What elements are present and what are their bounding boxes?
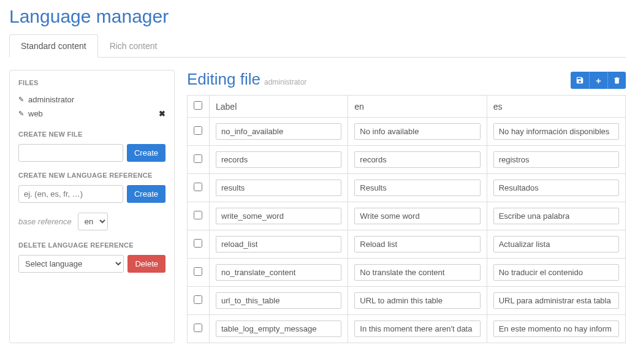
tab-standard-content[interactable]: Standard content (9, 34, 98, 58)
create-file-input[interactable] (18, 144, 123, 162)
row-checkbox[interactable] (194, 324, 202, 332)
en-input[interactable] (354, 236, 480, 252)
row-checkbox[interactable] (194, 239, 202, 248)
en-input[interactable] (354, 180, 480, 196)
col-es-header: es (487, 96, 625, 118)
create-file-heading: CREATE NEW FILE (18, 131, 165, 138)
main-panel: Editing file administrator + (187, 70, 626, 343)
label-input[interactable] (216, 151, 341, 168)
label-input[interactable] (216, 264, 341, 281)
file-list: ✎ administrator ✎ web ✖ (18, 93, 165, 121)
es-input[interactable] (493, 236, 619, 252)
translations-table: Label en es (187, 95, 626, 343)
table-row (188, 174, 626, 202)
row-checkbox[interactable] (194, 183, 202, 191)
es-input[interactable] (493, 292, 619, 309)
plus-icon: + (596, 75, 601, 86)
en-input[interactable] (354, 123, 480, 140)
select-all-checkbox[interactable] (194, 101, 202, 110)
action-buttons: + (571, 72, 626, 89)
editing-subtitle: administrator (264, 78, 306, 86)
row-checkbox[interactable] (194, 211, 202, 219)
es-input[interactable] (493, 320, 619, 337)
table-row (188, 230, 626, 259)
table-row (188, 146, 626, 174)
label-input[interactable] (216, 123, 341, 140)
save-button[interactable] (571, 72, 589, 89)
create-lang-heading: CREATE NEW LANGUAGE REFERENCE (18, 172, 165, 179)
tab-rich-content[interactable]: Rich content (98, 34, 169, 58)
trash-icon (613, 76, 621, 85)
edit-icon: ✎ (18, 110, 24, 118)
en-input[interactable] (354, 320, 480, 337)
col-label-header: Label (210, 96, 348, 118)
add-button[interactable]: + (589, 72, 607, 89)
row-checkbox[interactable] (194, 154, 202, 163)
es-input[interactable] (493, 123, 619, 140)
sidebar: FILES ✎ administrator ✎ web ✖ CREATE NEW… (9, 70, 175, 343)
table-row (188, 287, 626, 315)
base-reference-label: base reference (18, 217, 72, 226)
label-input[interactable] (216, 208, 341, 224)
row-checkbox[interactable] (194, 295, 202, 304)
label-input[interactable] (216, 180, 341, 196)
es-input[interactable] (493, 264, 619, 281)
label-input[interactable] (216, 292, 341, 309)
es-input[interactable] (493, 208, 619, 224)
table-row (188, 202, 626, 230)
col-check-header (188, 96, 210, 118)
es-input[interactable] (493, 151, 619, 168)
files-heading: FILES (18, 79, 165, 86)
create-lang-button[interactable]: Create (127, 185, 165, 203)
row-checkbox[interactable] (194, 126, 202, 135)
label-input[interactable] (216, 236, 341, 252)
create-lang-input[interactable] (18, 185, 123, 203)
table-row (188, 259, 626, 287)
label-input[interactable] (216, 320, 341, 337)
row-checkbox[interactable] (194, 267, 202, 276)
file-item-web[interactable]: ✎ web ✖ (18, 107, 165, 121)
create-file-button[interactable]: Create (127, 144, 165, 162)
en-input[interactable] (354, 151, 480, 168)
file-name: web (28, 109, 43, 118)
en-input[interactable] (354, 208, 480, 224)
table-row (188, 315, 626, 343)
delete-lang-heading: DELETE LANGUAGE REFERENCE (18, 241, 165, 249)
file-item-administrator[interactable]: ✎ administrator (18, 93, 165, 107)
delete-lang-select[interactable]: Select language (18, 255, 124, 273)
save-icon (576, 76, 584, 85)
base-reference-select[interactable]: en (78, 213, 108, 230)
es-input[interactable] (493, 180, 619, 196)
edit-icon: ✎ (18, 96, 24, 104)
remove-file-icon[interactable]: ✖ (159, 109, 165, 118)
table-row (188, 118, 626, 146)
delete-lang-button[interactable]: Delete (127, 255, 165, 273)
en-input[interactable] (354, 292, 480, 309)
page-title: Language manager (9, 6, 626, 27)
delete-button[interactable] (607, 72, 626, 89)
col-en-header: en (348, 96, 487, 118)
en-input[interactable] (354, 264, 480, 281)
tabs: Standard content Rich content (9, 34, 626, 58)
editing-title: Editing file (187, 70, 260, 89)
file-name: administrator (28, 95, 74, 104)
